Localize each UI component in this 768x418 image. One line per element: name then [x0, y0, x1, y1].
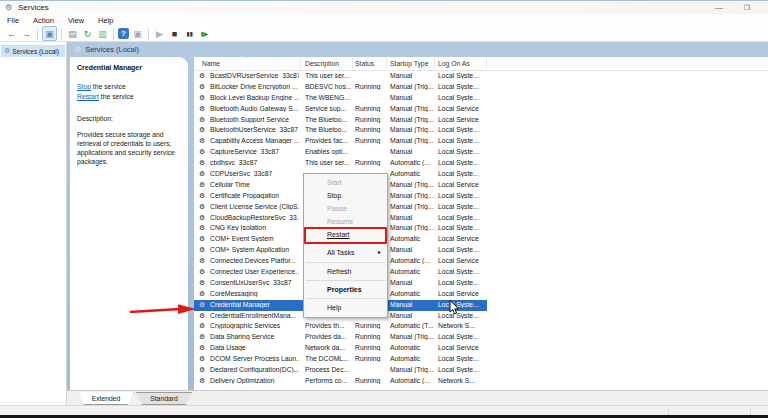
- tree-item-services-local[interactable]: ⚙ Services (Local): [1, 45, 65, 57]
- restart-service-icon[interactable]: ▮▶: [198, 27, 211, 40]
- services-app-icon: ⚙: [5, 3, 14, 12]
- column-header-status[interactable]: Status: [355, 60, 374, 67]
- service-row-cloudbackuprestoresvc-33[interactable]: ⚙CloudBackupRestoreSvc_33...ManualLocal …: [194, 213, 768, 224]
- service-row-consentuxusersvc-33c87[interactable]: ⚙ConsentUxUserSvc_33c87ManualLocal Syste…: [194, 278, 768, 289]
- context-menu: StartStopPauseResumeRestartAll Tasks▸Ref…: [303, 173, 388, 318]
- service-row-data-usage[interactable]: ⚙Data UsageNetwork da...RunningAutomatic…: [194, 343, 768, 354]
- menu-bar: FileActionViewHelp: [0, 14, 768, 26]
- service-row-credentialenrollmentmana[interactable]: ⚙CredentialEnrollmentMana...Credential E…: [194, 311, 768, 322]
- menu-file[interactable]: File: [0, 16, 26, 25]
- service-description-cell: The Bluetoo...: [305, 116, 351, 123]
- column-header-log-on-as[interactable]: Log On As: [438, 60, 470, 67]
- context-menu-item-all-tasks[interactable]: All Tasks▸: [304, 246, 387, 259]
- show-console-tree-icon[interactable]: ▣: [42, 26, 57, 41]
- service-status-cell: Running: [355, 355, 388, 362]
- restore-button[interactable]: ❐: [736, 2, 758, 14]
- service-row-cellular-time[interactable]: ⚙Cellular TimeManual (Trig...Local Servi…: [194, 180, 768, 191]
- service-row-block-level-backup-engine[interactable]: ⚙Block Level Backup Engine ...The WBENG.…: [194, 93, 768, 104]
- service-name: CNG Key Isolation: [210, 224, 299, 231]
- service-description-cell: Process Dec...: [305, 366, 351, 373]
- service-icon: ⚙: [199, 137, 208, 145]
- minimize-button[interactable]: —: [708, 2, 730, 14]
- service-logon-cell: Local Service: [438, 344, 486, 351]
- services-node-icon: ⚙: [4, 47, 10, 55]
- service-logon-cell: Local Syste...: [438, 355, 486, 362]
- service-description-cell: Network da...: [305, 344, 351, 351]
- menu-action[interactable]: Action: [26, 16, 61, 25]
- service-row-cryptographic-services[interactable]: ⚙Cryptographic ServicesProvides th...Run…: [194, 321, 768, 332]
- export-list-icon[interactable]: ▥: [96, 27, 109, 40]
- column-separator[interactable]: [386, 58, 387, 69]
- show-action-pane-icon[interactable]: ▣: [131, 27, 144, 40]
- service-icon: ⚙: [199, 159, 208, 167]
- column-separator[interactable]: [486, 58, 487, 69]
- back-icon[interactable]: ←: [5, 27, 18, 40]
- service-row-bitlocker-drive-encryption[interactable]: ⚙BitLocker Drive Encryption ...BDESVC ho…: [194, 82, 768, 93]
- tab-standard[interactable]: Standard: [136, 392, 192, 405]
- context-menu-item-refresh[interactable]: Refresh: [304, 265, 387, 278]
- context-menu-item-properties[interactable]: Properties: [304, 283, 387, 296]
- menu-separator: [306, 262, 385, 263]
- service-row-connected-devices-platfor[interactable]: ⚙Connected Devices Platfor...Automatic (…: [194, 256, 768, 267]
- service-row-bcastdvruserservice-33c87[interactable]: ⚙BcastDVRUserService_33c87This user ser.…: [194, 71, 768, 82]
- service-description-cell: The DCOML...: [305, 355, 351, 362]
- menu-view[interactable]: View: [61, 16, 91, 25]
- service-row-delivery-optimization[interactable]: ⚙Delivery OptimizationPerforms co...Runn…: [194, 376, 768, 387]
- pause-service-icon[interactable]: ▮▮: [183, 27, 196, 40]
- context-menu-item-start: Start: [304, 176, 387, 189]
- column-separator[interactable]: [434, 58, 435, 69]
- forward-icon[interactable]: →: [20, 27, 33, 40]
- service-startup-cell: Manual: [390, 148, 436, 155]
- service-logon-cell: Local Syste...: [438, 333, 486, 340]
- service-startup-cell: Automatic: [390, 344, 436, 351]
- service-row-cdpusersvc-33c87[interactable]: ⚙CDPUserSvc_33c87AutomaticLocal Syste...: [194, 169, 768, 180]
- service-row-com-system-application[interactable]: ⚙COM+ System ApplicationManualLocal Syst…: [194, 245, 768, 256]
- service-row-bluetooth-audio-gateway-s[interactable]: ⚙Bluetooth Audio Gateway S...Service sup…: [194, 104, 768, 115]
- context-menu-item-stop[interactable]: Stop: [304, 189, 387, 202]
- service-description-cell: Provides fac...: [305, 137, 351, 144]
- column-header-startup-type[interactable]: Startup Type: [390, 60, 428, 67]
- service-name: Certificate Propagation: [210, 192, 299, 199]
- service-row-cbdhsvc-33c87[interactable]: ⚙cbdhsvc_33c87This user ser...RunningAut…: [194, 158, 768, 169]
- service-row-dcom-server-process-laun[interactable]: ⚙DCOM Server Process Laun...The DCOML...…: [194, 354, 768, 365]
- service-row-com-event-system[interactable]: ⚙COM+ Event SystemAutomaticLocal Service: [194, 234, 768, 245]
- service-row-captureservice-33c87[interactable]: ⚙CaptureService_33c87Enables opti...Manu…: [194, 147, 768, 158]
- service-startup-cell: Manual (Trig...: [390, 116, 436, 123]
- properties-doc-icon[interactable]: ▤: [66, 27, 79, 40]
- status-bar: [0, 405, 768, 415]
- service-startup-cell: Manual: [390, 214, 436, 221]
- service-startup-cell: Manual (Trig...: [390, 181, 436, 188]
- service-row-client-license-service-clips[interactable]: ⚙Client License Service (ClipS...Manual …: [194, 202, 768, 213]
- stop-service-icon[interactable]: ■: [168, 27, 181, 40]
- help-icon[interactable]: ?: [118, 28, 129, 39]
- tab-extended[interactable]: Extended: [78, 392, 134, 405]
- service-startup-cell: Manual: [390, 312, 436, 319]
- menu-help[interactable]: Help: [91, 16, 120, 25]
- service-row-bluetooth-support-service[interactable]: ⚙Bluetooth Support ServiceThe Bluetoo...…: [194, 115, 768, 126]
- service-row-bluetoothuserservice-33c87[interactable]: ⚙BluetoothUserService_33c87The Bluetoo..…: [194, 125, 768, 136]
- service-description-cell: The Bluetoo...: [305, 126, 351, 133]
- service-startup-cell: Manual: [390, 301, 436, 308]
- service-icon: ⚙: [199, 224, 208, 232]
- service-row-connected-user-experience[interactable]: ⚙Connected User Experience...AutomaticLo…: [194, 267, 768, 278]
- context-menu-item-help[interactable]: Help: [304, 301, 387, 314]
- restart-service-link[interactable]: Restart: [77, 93, 99, 100]
- service-status-cell: Running: [355, 333, 388, 340]
- refresh-icon[interactable]: ↻: [81, 27, 94, 40]
- column-header-description[interactable]: Description: [305, 60, 339, 67]
- service-row-cng-key-isolation[interactable]: ⚙CNG Key IsolationManual (Trig...Local S…: [194, 223, 768, 234]
- stop-service-link[interactable]: Stop: [77, 83, 91, 90]
- service-name: COM+ System Application: [210, 246, 299, 253]
- column-separator[interactable]: [300, 58, 301, 69]
- service-row-data-sharing-service[interactable]: ⚙Data Sharing ServiceProvides da...Runni…: [194, 332, 768, 343]
- service-row-credential-manager[interactable]: ⚙Credential ManagerManualLocal Syste...: [194, 300, 768, 311]
- service-description-cell: Enables opti...: [305, 148, 351, 155]
- service-row-capability-access-manager[interactable]: ⚙Capability Access Manager ...Provides f…: [194, 136, 768, 147]
- column-separator[interactable]: [352, 58, 353, 69]
- service-row-coremessaging[interactable]: ⚙CoreMessagingAutomaticLocal Service: [194, 289, 768, 300]
- service-logon-cell: Local Syste...: [438, 159, 486, 166]
- column-header-name[interactable]: Name: [202, 60, 220, 67]
- service-row-certificate-propagation[interactable]: ⚙Certificate PropagationManual (Trig...L…: [194, 191, 768, 202]
- service-row-declared-configuration-dc[interactable]: ⚙Declared Configuration(DC)...Process De…: [194, 365, 768, 376]
- start-service-icon[interactable]: ▶: [153, 27, 166, 40]
